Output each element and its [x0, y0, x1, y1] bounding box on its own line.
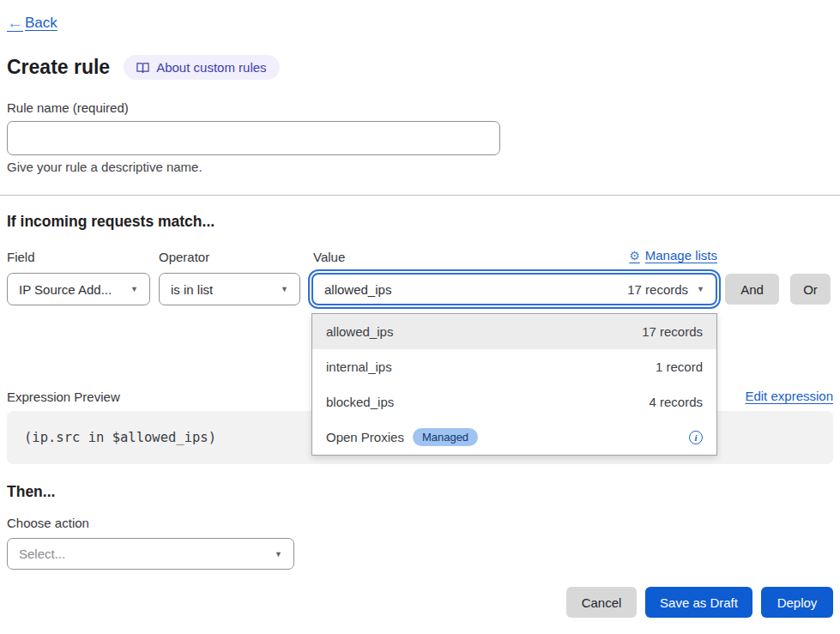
field-select-value: IP Source Add...	[19, 282, 112, 297]
list-item-name: internal_ips	[326, 359, 392, 374]
chevron-down-icon: ▼	[281, 285, 288, 293]
expression-preview-label: Expression Preview	[7, 389, 120, 404]
back-arrow-icon: ←	[7, 14, 23, 33]
field-label: Field	[7, 250, 35, 264]
chevron-down-icon: ▼	[697, 285, 704, 293]
save-as-draft-button[interactable]: Save as Draft	[645, 587, 752, 618]
field-select[interactable]: IP Source Add... ▼	[7, 273, 150, 305]
section-divider	[0, 195, 840, 196]
deploy-button[interactable]: Deploy	[761, 587, 833, 618]
list-item-meta: i	[689, 431, 703, 444]
action-select-placeholder: Select...	[19, 546, 65, 561]
expression-code: (ip.src in $allowed_ips)	[7, 430, 216, 445]
value-select-meta: 17 records	[627, 282, 688, 297]
list-item-meta: 17 records	[642, 324, 703, 339]
list-panel: allowed_ips17 recordsinternal_ips1 recor…	[311, 313, 717, 456]
info-icon[interactable]: i	[689, 431, 703, 444]
managed-badge: Managed	[413, 428, 478, 446]
list-item[interactable]: internal_ips1 record	[312, 349, 716, 384]
list-item-name: allowed_ips	[326, 324, 393, 339]
match-section-heading: If incoming requests match...	[7, 213, 215, 231]
operator-select-value: is in list	[171, 282, 213, 297]
or-button[interactable]: Or	[790, 274, 831, 305]
action-select[interactable]: Select... ▼	[7, 538, 294, 570]
and-button[interactable]: And	[725, 274, 779, 305]
chevron-down-icon: ▼	[275, 550, 282, 559]
create-rule-page: ← Back Create rule About custom rules Ru…	[0, 0, 840, 634]
edit-expression-link[interactable]: Edit expression	[745, 389, 833, 403]
list-item-meta: 4 records	[649, 395, 703, 409]
cancel-button[interactable]: Cancel	[566, 587, 637, 618]
title-row: Create rule About custom rules	[7, 55, 280, 80]
page-title: Create rule	[7, 56, 110, 79]
about-custom-rules-link[interactable]: About custom rules	[124, 55, 279, 80]
back-label: Back	[25, 15, 57, 32]
list-item-meta: 1 record	[656, 359, 703, 374]
list-item[interactable]: allowed_ips17 records	[312, 314, 716, 349]
value-select[interactable]: allowed_ips 17 records ▼	[311, 273, 717, 305]
book-icon	[136, 62, 149, 74]
list-item[interactable]: blocked_ips4 records	[312, 384, 716, 420]
value-select-value: allowed_ips	[324, 282, 391, 297]
operator-label: Operator	[159, 250, 209, 264]
back-link[interactable]: ← Back	[7, 14, 57, 33]
list-item[interactable]: Open ProxiesManagedi	[312, 420, 716, 455]
list-item-name: Open ProxiesManaged	[326, 428, 478, 446]
operator-select[interactable]: is in list ▼	[159, 273, 300, 305]
manage-lists-label: Manage lists	[645, 248, 717, 263]
list-item-name: blocked_ips	[326, 395, 394, 409]
rule-name-helper: Give your rule a descriptive name.	[7, 160, 202, 174]
rule-name-input[interactable]	[7, 121, 500, 155]
then-section-heading: Then...	[7, 483, 55, 501]
choose-action-label: Choose action	[7, 516, 89, 530]
manage-lists-link[interactable]: ⚙ Manage lists	[629, 248, 717, 263]
about-custom-rules-label: About custom rules	[156, 60, 266, 75]
gear-icon: ⚙	[629, 249, 640, 263]
value-label: Value	[313, 250, 345, 264]
rule-name-label: Rule name (required)	[7, 100, 129, 115]
chevron-down-icon: ▼	[130, 285, 138, 293]
